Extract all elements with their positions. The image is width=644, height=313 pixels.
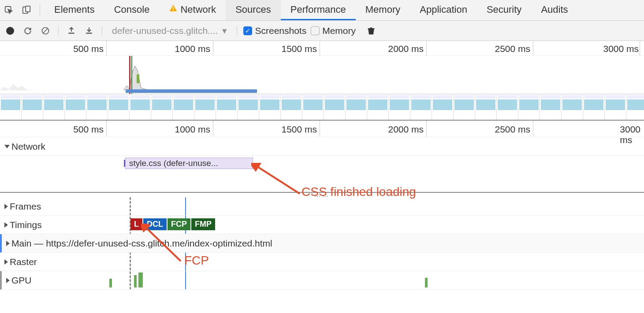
overview-chart[interactable] — [0, 56, 644, 94]
gpu-track[interactable]: GPU — [0, 271, 644, 290]
timing-badge-fmp[interactable]: FMP — [191, 218, 215, 230]
svg-rect-7 — [68, 33, 74, 34]
svg-rect-10 — [368, 28, 375, 29]
chevron-right-icon — [4, 222, 8, 228]
svg-rect-4 — [173, 10, 174, 11]
screenshot-filmstrip[interactable] — [0, 94, 644, 121]
tab-console[interactable]: Console — [104, 0, 160, 20]
load-marker — [129, 56, 130, 94]
tab-elements[interactable]: Elements — [45, 0, 104, 20]
timing-badge-fcp[interactable]: FCP — [168, 218, 190, 230]
save-profile-button[interactable] — [82, 24, 96, 37]
resize-handle[interactable]: ⋯⋯ — [0, 193, 644, 197]
timing-badge-dcl[interactable]: DCL — [143, 218, 167, 230]
detail-ruler[interactable]: 500 ms 1000 ms 1500 ms 2000 ms 2500 ms 3… — [0, 121, 644, 137]
garbage-collect-button[interactable] — [365, 24, 378, 37]
svg-rect-2 — [26, 6, 30, 12]
timing-badge-load[interactable]: L — [130, 218, 142, 230]
inspect-icon[interactable] — [0, 5, 18, 15]
network-track-header[interactable]: Network — [0, 137, 644, 156]
chevron-right-icon — [6, 241, 10, 246]
svg-rect-3 — [173, 7, 174, 9]
check-icon: ✓ — [243, 26, 252, 35]
svg-line-6 — [43, 29, 48, 33]
tab-application[interactable]: Application — [410, 0, 477, 20]
device-toggle-icon[interactable] — [18, 5, 35, 15]
chevron-right-icon — [4, 204, 8, 209]
screenshots-checkbox[interactable]: ✓ Screenshots — [243, 26, 306, 36]
chevron-right-icon — [6, 278, 10, 283]
load-profile-button[interactable] — [65, 24, 78, 37]
tab-network[interactable]: Network — [159, 0, 226, 20]
chevron-down-icon: ▾ — [222, 26, 227, 36]
frames-track[interactable]: Frames — [0, 197, 644, 216]
overview-ruler[interactable]: 500 ms 1000 ms 1500 ms 2000 ms 2500 ms 3… — [0, 41, 644, 56]
svg-rect-8 — [86, 33, 92, 34]
tab-memory[interactable]: Memory — [356, 0, 410, 20]
svg-line-11 — [256, 166, 300, 194]
tab-sources[interactable]: Sources — [226, 0, 281, 20]
chevron-down-icon — [4, 145, 10, 148]
network-request-stylecss[interactable]: style.css (defer-unuse... — [125, 158, 253, 169]
raster-track[interactable]: Raster — [0, 253, 644, 271]
dcl-marker — [131, 56, 132, 94]
selected-range[interactable] — [126, 89, 257, 93]
memory-checkbox[interactable]: Memory — [311, 26, 356, 36]
timings-track[interactable]: Timings L DCL FCP FMP — [0, 216, 644, 234]
main-track[interactable]: Main — https://defer-unused-css.glitch.m… — [0, 234, 644, 253]
profile-dropdown[interactable]: defer-unused-css.glitch.... ▾ — [108, 26, 231, 36]
tab-performance[interactable]: Performance — [281, 0, 356, 20]
reload-button[interactable] — [21, 24, 34, 37]
record-button[interactable] — [4, 24, 17, 37]
chevron-right-icon — [4, 259, 8, 265]
tab-security[interactable]: Security — [477, 0, 531, 20]
warning-icon — [169, 4, 178, 15]
network-track-body[interactable]: style.css (defer-unuse... CSS finished l… — [0, 156, 644, 193]
tab-audits[interactable]: Audits — [531, 0, 577, 20]
clear-button[interactable] — [39, 24, 52, 37]
